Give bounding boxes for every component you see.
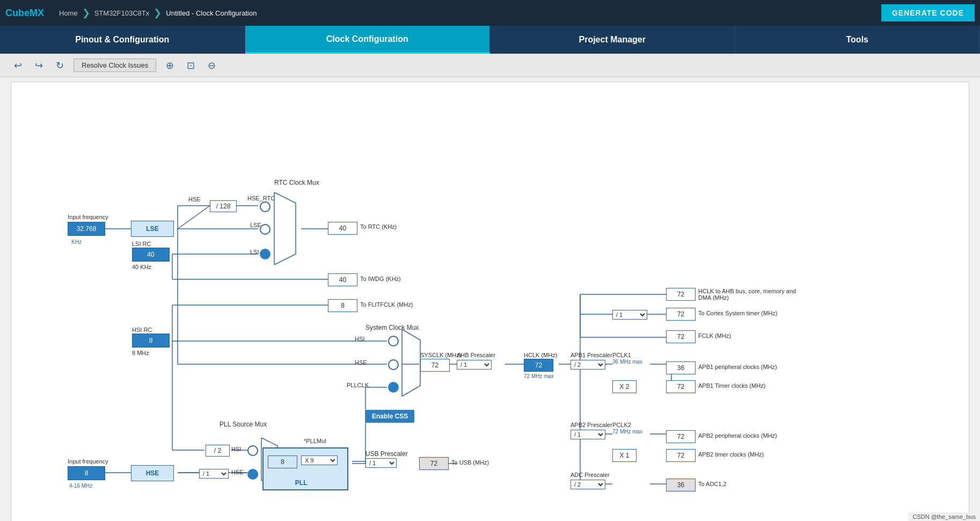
ahb-prescaler-label: AHB Prescaler	[457, 352, 495, 358]
hclk-label: HCLK (MHz)	[524, 352, 557, 358]
sys-mux-hse[interactable]	[388, 359, 399, 370]
enable-css-button[interactable]: Enable CSS	[365, 410, 414, 423]
sysclk-label: SYSCLK (MHz)	[420, 352, 461, 358]
hse-box[interactable]: HSE	[131, 465, 174, 481]
ahb-prescaler-select[interactable]: / 1	[457, 360, 492, 370]
undo-button[interactable]: ↩	[11, 59, 25, 73]
to-rtc-value-box: 40	[328, 222, 357, 235]
lsi-value-box[interactable]: 40	[132, 248, 170, 262]
input-freq-lse-box[interactable]: 32.768	[68, 222, 105, 236]
pll-mux-hse[interactable]	[247, 469, 258, 480]
zoom-in-button[interactable]: ⊕	[163, 59, 177, 73]
fclk-value: 72	[666, 330, 696, 343]
tab-clock[interactable]: Clock Configuration	[245, 26, 491, 54]
zoom-out-button[interactable]: ⊖	[204, 59, 219, 73]
pll-label: PLL	[295, 479, 308, 487]
hsi-value-box[interactable]: 8	[132, 334, 170, 348]
breadcrumb-home[interactable]: Home	[55, 9, 82, 17]
hsi-rc-label: HSI RC	[132, 327, 152, 333]
apb2-periph-label: APB2 peripheral clocks (MHz)	[698, 432, 777, 439]
apb1-timer-value: 72	[666, 380, 696, 393]
pll-mux-hsi[interactable]	[247, 445, 258, 456]
breadcrumb-sep1: ❯	[82, 7, 90, 19]
footer-credit: CSDN @the_same_bus	[908, 512, 980, 521]
cortex-timer-div-select[interactable]: / 1	[612, 310, 647, 320]
pllmul-select[interactable]: X 9	[301, 455, 338, 465]
cortex-timer-label: To Cortex System timer (MHz)	[698, 310, 777, 316]
pll-box: PLL	[262, 447, 348, 490]
svg-marker-68	[402, 329, 420, 396]
adc-label: To ADC1,2	[698, 481, 727, 487]
diagram-svg	[11, 82, 969, 521]
breadcrumb-page: Untitled - Clock Configuration	[162, 9, 261, 17]
lsi-khz-label: 40 KHz	[132, 264, 151, 270]
apb1-timer-label: APB1 Timer clocks (MHz)	[698, 382, 765, 389]
adc-prescaler-label: ADC Prescaler	[571, 472, 610, 478]
to-flitfclk-label: To FLITFCLK (MHz)	[360, 301, 413, 308]
cortex-timer-value: 72	[666, 308, 696, 321]
tab-bar: Pinout & Configuration Clock Configurati…	[0, 26, 980, 54]
top-nav: CubeMX Home ❯ STM32F103C8Tx ❯ Untitled -…	[0, 0, 980, 26]
apb2-periph-value: 72	[666, 430, 696, 443]
usb-prescaler-label: USB Prescaler	[365, 450, 408, 458]
adc-prescaler-select[interactable]: / 2	[571, 480, 605, 489]
hclk-max-label: 72 MHz max	[524, 373, 554, 379]
pll-div2-box[interactable]: / 2	[206, 445, 230, 457]
pllmul-value-box[interactable]: 8	[268, 455, 297, 468]
to-flitfclk-value-box: 8	[328, 299, 357, 312]
adc-value: 36	[666, 479, 696, 491]
pll-hsi-label: HSI	[231, 446, 241, 452]
generate-code-button[interactable]: GENERATE CODE	[881, 4, 975, 21]
resolve-clock-button[interactable]: Resolve Clock Issues	[74, 59, 156, 72]
apb1-prescaler-label: APB1 Prescaler	[571, 352, 612, 358]
hclk-ahb-label: HCLK to AHB bus, core, memory and DMA (M…	[698, 288, 806, 301]
tab-tools[interactable]: Tools	[735, 26, 981, 54]
lse-unit-label: KHz	[71, 239, 82, 245]
refresh-button[interactable]: ↻	[53, 59, 67, 73]
fit-button[interactable]: ⊡	[184, 59, 198, 73]
apb2-prescaler-select[interactable]: / 1	[571, 430, 605, 439]
sys-mux-hsi[interactable]	[388, 336, 399, 346]
pll-hse-label: HSE	[231, 469, 244, 475]
sys-mux-pllclk[interactable]	[388, 382, 399, 393]
rtc-mux-shape	[269, 192, 301, 265]
apb2-prescaler-label: APB2 Prescaler	[571, 422, 612, 428]
fclk-label: FCLK (MHz)	[698, 332, 731, 339]
usb-prescaler-select[interactable]: / 1	[365, 458, 397, 468]
input-freq-hse-label: Input frequency	[68, 458, 108, 465]
pllclk-sys-label: PLLCLK	[347, 382, 369, 388]
to-iwdg-value-box: 40	[328, 273, 357, 286]
pclk1-label: PCLK1	[612, 352, 631, 358]
hsi-sys-label: HSI	[355, 336, 364, 342]
usb-label: To USB (MHz)	[451, 459, 489, 466]
input-freq-lse-label: Input frequency	[68, 214, 108, 220]
hse-freq-label: 4-16 MHz	[69, 483, 92, 489]
lse-box[interactable]: LSE	[131, 221, 174, 237]
svg-marker-67	[274, 192, 296, 265]
pclk1-max-label: 36 MHz max	[612, 359, 642, 365]
div128-box[interactable]: / 128	[210, 200, 237, 212]
apb1-prescaler-select[interactable]: / 2	[571, 360, 605, 370]
lsi-mux-label: LSI	[250, 249, 259, 255]
pclk2-label: PCLK2	[612, 422, 631, 428]
tab-pinout[interactable]: Pinout & Configuration	[0, 26, 245, 54]
apb2-timer-value: 72	[666, 449, 696, 462]
sysclk-box[interactable]: 72	[420, 359, 450, 372]
apb1-timer-mult-box: X 2	[612, 380, 637, 393]
tab-project[interactable]: Project Manager	[490, 26, 735, 54]
redo-button[interactable]: ↪	[32, 59, 46, 73]
hclk-box[interactable]: 72	[524, 359, 553, 372]
toolbar: ↩ ↪ ↻ Resolve Clock Issues ⊕ ⊡ ⊖	[0, 54, 980, 77]
apb1-periph-value: 36	[666, 361, 696, 374]
apb1-periph-label: APB1 peripheral clocks (MHz)	[698, 364, 777, 370]
breadcrumb: Home ❯ STM32F103C8Tx ❯ Untitled - Clock …	[55, 7, 881, 19]
pclk2-max-label: 72 MHz max	[612, 429, 642, 435]
hsi-mhz-label: 8 MHz	[132, 350, 149, 356]
breadcrumb-chip[interactable]: STM32F103C8Tx	[90, 9, 154, 17]
pllmul-label: *PLLMul	[304, 438, 326, 444]
svg-line-1	[178, 206, 210, 229]
hse-div1-select[interactable]: / 1	[199, 469, 229, 479]
hse-sys-label: HSE	[355, 359, 367, 366]
input-freq-hse-box[interactable]: 8	[68, 466, 105, 480]
apb2-timer-label: APB2 timer clocks (MHz)	[698, 451, 764, 458]
